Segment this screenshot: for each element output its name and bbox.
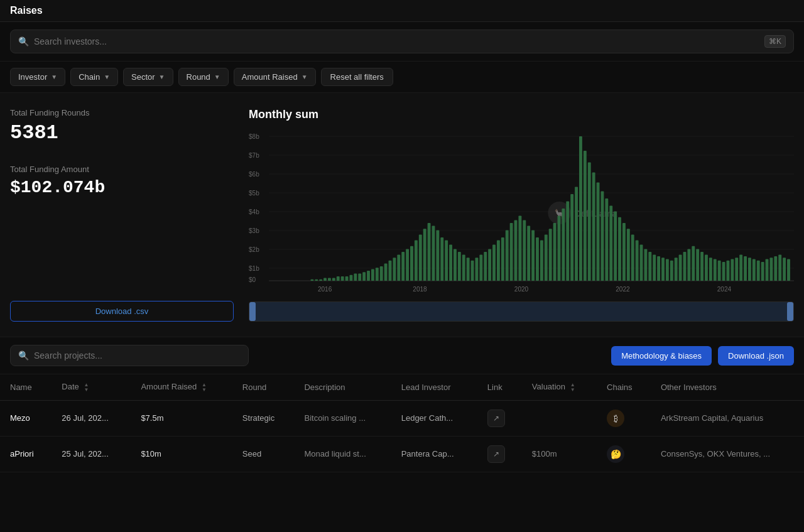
range-selected — [249, 302, 793, 321]
svg-rect-44 — [371, 269, 374, 281]
svg-rect-99 — [609, 205, 612, 281]
total-amount-block: Total Funding Amount $102.074b — [10, 165, 234, 197]
svg-rect-70 — [484, 252, 487, 281]
svg-rect-105 — [636, 241, 639, 281]
svg-rect-84 — [545, 234, 548, 281]
cell-valuation — [522, 400, 597, 436]
chain-filter-btn[interactable]: Chain ▼ — [70, 68, 118, 86]
svg-rect-74 — [501, 237, 504, 281]
svg-rect-73 — [497, 241, 500, 281]
svg-rect-122 — [709, 258, 712, 281]
chain-icon: ₿ — [607, 410, 624, 427]
svg-rect-34 — [328, 278, 331, 281]
svg-rect-71 — [488, 249, 491, 281]
total-rounds-value: 5381 — [10, 121, 234, 144]
stats-chart-section: Total Funding Rounds 5381 Total Funding … — [0, 93, 804, 337]
svg-rect-111 — [661, 258, 665, 281]
download-json-button[interactable]: Download .json — [718, 346, 794, 366]
svg-rect-110 — [657, 256, 660, 281]
svg-rect-106 — [640, 245, 643, 281]
svg-rect-90 — [570, 194, 573, 281]
investor-filter-btn[interactable]: Investor ▼ — [10, 68, 65, 86]
svg-rect-140 — [787, 259, 790, 281]
svg-rect-52 — [406, 249, 409, 281]
svg-rect-93 — [584, 151, 587, 281]
col-date[interactable]: Date ▲▼ — [52, 374, 131, 400]
svg-rect-43 — [367, 271, 370, 281]
svg-rect-32 — [319, 280, 322, 281]
range-handle-right[interactable] — [787, 302, 793, 321]
cell-description: Monad liquid st... — [294, 436, 391, 472]
download-csv-button[interactable]: Download .csv — [10, 301, 234, 322]
cell-link[interactable]: ↗ — [477, 436, 522, 472]
col-valuation[interactable]: Valuation ▲▼ — [522, 374, 597, 400]
amount-raised-filter-btn[interactable]: Amount Raised ▼ — [234, 68, 316, 86]
svg-rect-118 — [692, 246, 695, 281]
col-description: Description — [294, 374, 391, 400]
range-handle-left[interactable] — [249, 302, 256, 321]
svg-rect-96 — [597, 183, 600, 281]
methodology-button[interactable]: Methodology & biases — [611, 346, 712, 366]
svg-rect-72 — [492, 245, 496, 281]
svg-text:$0: $0 — [249, 276, 256, 283]
svg-rect-33 — [323, 278, 327, 281]
svg-rect-134 — [761, 262, 764, 281]
svg-text:$2b: $2b — [249, 246, 259, 253]
svg-rect-88 — [562, 209, 565, 281]
svg-rect-58 — [432, 226, 435, 281]
col-chains: Chains — [597, 374, 651, 400]
svg-rect-89 — [566, 202, 569, 281]
svg-rect-35 — [332, 278, 335, 281]
cell-link[interactable]: ↗ — [477, 400, 522, 436]
cell-other-investors: ArkStream Capital, Aquarius — [651, 400, 804, 436]
cell-amount: $7.5m — [131, 400, 232, 436]
svg-text:2020: 2020 — [514, 286, 529, 293]
col-name: Name — [0, 374, 52, 400]
range-slider[interactable] — [249, 301, 794, 322]
svg-rect-65 — [462, 255, 465, 281]
external-link-icon[interactable]: ↗ — [487, 410, 505, 427]
svg-text:$5b: $5b — [249, 190, 259, 197]
svg-text:$7b: $7b — [249, 152, 259, 159]
table-header: Name Date ▲▼ Amount Raised ▲▼ Round Desc… — [0, 374, 804, 400]
svg-rect-42 — [362, 272, 366, 281]
search-shortcut: ⌘K — [764, 35, 786, 48]
svg-rect-112 — [666, 259, 669, 281]
cell-chain: ₿ — [597, 400, 651, 436]
svg-rect-130 — [744, 256, 747, 281]
svg-rect-92 — [579, 136, 582, 281]
svg-rect-95 — [592, 173, 595, 281]
svg-rect-101 — [618, 217, 621, 281]
table-container: Name Date ▲▼ Amount Raised ▲▼ Round Desc… — [0, 374, 804, 472]
svg-text:$8b: $8b — [249, 133, 259, 140]
cell-chain: 🤔 — [597, 436, 651, 472]
svg-rect-59 — [436, 231, 439, 281]
svg-rect-135 — [766, 259, 769, 281]
col-amount-raised[interactable]: Amount Raised ▲▼ — [131, 374, 232, 400]
svg-rect-66 — [467, 258, 470, 281]
filters-section: Investor ▼ Chain ▼ Sector ▼ Round ▼ Amou… — [0, 62, 804, 93]
cell-date: 26 Jul, 202... — [52, 400, 131, 436]
chevron-down-icon: ▼ — [302, 73, 308, 80]
stats-panel: Total Funding Rounds 5381 Total Funding … — [10, 108, 249, 322]
svg-text:2024: 2024 — [717, 286, 732, 293]
svg-text:$1b: $1b — [249, 265, 259, 272]
cell-other-investors: ConsenSys, OKX Ventures, ... — [651, 436, 804, 472]
table-search-input[interactable] — [34, 350, 241, 361]
svg-text:$4b: $4b — [249, 209, 259, 215]
svg-rect-61 — [445, 241, 448, 281]
sector-filter-btn[interactable]: Sector ▼ — [123, 68, 173, 86]
round-filter-btn[interactable]: Round ▼ — [178, 68, 229, 86]
chart-panel: Monthly sum $8b $7b $6b $5b $4b $3b $2b … — [249, 108, 794, 322]
total-rounds-block: Total Funding Rounds 5381 — [10, 108, 234, 144]
search-input[interactable] — [34, 36, 759, 46]
svg-rect-83 — [540, 241, 543, 281]
total-rounds-label: Total Funding Rounds — [10, 108, 234, 117]
chevron-down-icon: ▼ — [104, 73, 110, 80]
svg-rect-31 — [315, 280, 318, 281]
reset-filters-btn[interactable]: Reset all filters — [321, 68, 393, 86]
svg-rect-114 — [675, 258, 678, 281]
external-link-icon[interactable]: ↗ — [487, 445, 505, 463]
svg-rect-39 — [349, 275, 352, 281]
col-other-investors: Other Investors — [651, 374, 804, 400]
